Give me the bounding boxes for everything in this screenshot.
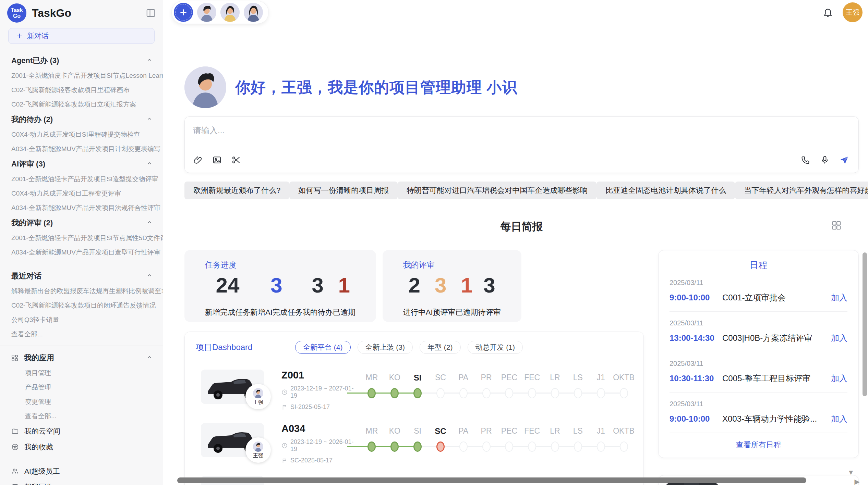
session-avatar-1[interactable] <box>197 3 216 22</box>
phone-icon[interactable] <box>801 155 810 166</box>
event-join-link[interactable]: 加入 <box>831 373 847 384</box>
attachment-icon[interactable] <box>193 155 203 166</box>
flag-icon <box>281 458 288 464</box>
recent-chat-item[interactable]: 查看全部... <box>0 327 163 341</box>
user-avatar[interactable]: 王强 <box>843 2 863 22</box>
sidebar-task-item[interactable]: C02-飞腾新能源轻客改款项目里程碑画布 <box>0 83 163 97</box>
layout-grid-icon[interactable] <box>831 220 842 232</box>
sidebar-section-header[interactable]: 我的评审 (2) <box>0 215 163 231</box>
project-row[interactable]: 王强 A034 2023-12-19 ~ 2026-01-19 <box>185 423 643 461</box>
milestone-dot <box>505 442 513 452</box>
stat-label: 已逾期 <box>333 307 355 318</box>
session-avatar-3[interactable] <box>244 3 263 22</box>
scroll-right-arrow-icon[interactable]: ▶ <box>855 477 860 485</box>
chevron-up-icon[interactable] <box>146 160 153 169</box>
app-title: TaskGo <box>32 7 146 20</box>
scissors-icon[interactable] <box>231 155 241 166</box>
dashboard-filter-chip[interactable]: 全新上装 (3) <box>358 341 413 354</box>
star-badge-icon <box>11 443 19 451</box>
sidebar-task-item[interactable]: Z001-全新燃油轻卡产品开发项目SI节点属性5D文件评审 <box>0 231 163 245</box>
recent-chats-header[interactable]: 最近对话 <box>0 268 163 284</box>
chevron-up-icon[interactable] <box>146 353 153 362</box>
recent-chat-item[interactable]: 解释最新出台的欧盟报废车法规再生塑料比例被调至15%... <box>0 284 163 298</box>
suggestion-chip[interactable]: 当下年轻人对汽车外观有怎样的喜好趋势 <box>735 182 868 199</box>
vertical-scrollbar[interactable] <box>863 252 867 396</box>
project-row[interactable]: 王强 Z001 2023-12-19 ~ 2027-01-19 <box>185 370 643 407</box>
chevron-up-icon[interactable] <box>146 272 153 281</box>
chevron-up-icon[interactable] <box>146 56 153 65</box>
suggestion-chip[interactable]: 欧洲新规最近颁布了什么? <box>184 182 289 199</box>
sidebar-item-ai-super-staff[interactable]: AI超级员工 <box>0 463 163 479</box>
sidebar-task-item[interactable]: C0X4-动力总成开发项目工程变更评审 <box>0 186 163 201</box>
add-session-button[interactable] <box>174 3 193 22</box>
app-sub-item[interactable]: 项目管理 <box>0 366 163 380</box>
sidebar-task-item[interactable]: A034-全新新能源MUV产品开发项目法规符合性评审 <box>0 201 163 215</box>
stat-item: 24 新增完成任务 <box>205 274 250 318</box>
recent-chat-item[interactable]: 公司Q3轻卡销量 <box>0 313 163 327</box>
milestone-dot <box>574 442 582 452</box>
sidebar-section: 我的评审 (2) Z001-全新燃油轻卡产品开发项目SI节点属性5D文件评审 A… <box>0 215 163 260</box>
suggestion-chip[interactable]: 比亚迪全固态电池计划具体说了什么 <box>596 182 735 199</box>
event-join-link[interactable]: 加入 <box>831 292 847 303</box>
collapse-sidebar-icon[interactable] <box>146 8 156 18</box>
app-sub-item[interactable]: 产品管理 <box>0 380 163 395</box>
owner-avatar <box>253 388 263 398</box>
sidebar-task-item[interactable]: Z001-全新燃油皮卡产品开发项目SI节点Lesson Learn报告 <box>0 69 163 83</box>
dashboard-filter-chip[interactable]: 动总开发 (1) <box>468 341 523 354</box>
milestone-track: MRKOSISCPAPRPECFECLRLSJ1OKTB <box>360 370 635 407</box>
clock-icon <box>281 389 288 395</box>
taskgo-app: Task Go TaskGo 新对话 Agent已办 (3) <box>0 0 868 485</box>
chevron-up-icon[interactable] <box>146 219 153 227</box>
sidebar-section-header[interactable]: AI评审 (3) <box>0 156 163 172</box>
recent-chat-item[interactable]: C02-飞腾新能源轻客改款项目的闭环通告反馈情况 <box>0 298 163 313</box>
new-chat-label: 新对话 <box>27 31 49 41</box>
suggestion-chip[interactable]: 特朗普可能对进口汽车增税会对中国车企造成哪些影响 <box>398 182 596 199</box>
sidebar-section-header[interactable]: 我的待办 (2) <box>0 112 163 127</box>
project-flag: SC-2025-05-17 <box>281 457 360 464</box>
milestone-pa: PA <box>452 423 475 461</box>
notification-bell-icon[interactable] <box>823 7 833 17</box>
chat-input[interactable] <box>185 117 858 155</box>
event-time: 10:30-11:30 <box>670 374 722 383</box>
stat-value: 3 <box>270 274 282 297</box>
sidebar-task-item[interactable]: A034-全新新能源MUV产品开发项目计划变更表编写 <box>0 142 163 156</box>
session-avatar-2[interactable] <box>220 3 240 22</box>
sidebar-item-favorites[interactable]: 我的收藏 <box>0 439 163 455</box>
milestone-dot <box>528 388 536 398</box>
right-column: 日程 2025/03/11 9:00-10:00 C001-立项审批会 加入 <box>658 250 859 485</box>
app-sub-item[interactable]: 查看全部... <box>0 409 163 423</box>
horizontal-scrollbar[interactable] <box>177 477 806 483</box>
app-sub-item[interactable]: 变更管理 <box>0 395 163 409</box>
my-apps-header[interactable]: 我的应用 <box>0 350 163 366</box>
suggestion-chip[interactable]: 如何写一份清晰的项目周报 <box>289 182 398 199</box>
dashboard-filter-chip[interactable]: 年型 (2) <box>420 341 461 354</box>
assistant-avatar <box>184 66 226 108</box>
view-all-schedule-link[interactable]: 查看所有日程 <box>670 433 847 453</box>
project-owner-badge: 王强 <box>245 437 271 463</box>
recent-chats-section: 最近对话 解释最新出台的欧盟报废车法规再生塑料比例被调至15%... C02-飞… <box>0 268 163 341</box>
new-chat-button[interactable]: 新对话 <box>8 28 155 44</box>
event-join-link[interactable]: 加入 <box>831 413 847 424</box>
send-icon[interactable] <box>839 155 849 166</box>
people-icon <box>11 468 19 475</box>
dashboard-filter-chip[interactable]: 全新平台 (4) <box>295 341 351 354</box>
help-me-write-label: 帮我写作 <box>24 482 53 485</box>
stat-item: 3 新增AI完成任务 <box>250 274 303 318</box>
sidebar-task-item[interactable]: A034-全新新能源MUV产品开发项目造型可行性评审 <box>0 245 163 260</box>
schedule-card: 日程 2025/03/11 9:00-10:00 C001-立项审批会 加入 <box>658 250 859 458</box>
sidebar-task-item[interactable]: C02-飞腾新能源轻客改款项目立项汇报方案 <box>0 97 163 112</box>
scroll-down-arrow-icon[interactable]: ▼ <box>847 469 854 476</box>
stat-value: 2 <box>409 274 420 297</box>
sidebar-task-item[interactable]: Z001-全新燃油轻卡产品开发项目SI造型提交物评审 <box>0 172 163 186</box>
event-date: 2025/03/11 <box>670 360 847 368</box>
chevron-up-icon[interactable] <box>146 115 153 124</box>
image-upload-icon[interactable] <box>212 155 222 166</box>
sidebar-section-header[interactable]: Agent已办 (3) <box>0 53 163 69</box>
microphone-icon[interactable] <box>820 155 830 166</box>
sidebar-item-help-me-write[interactable]: 帮我写作 <box>0 479 163 485</box>
event-join-link[interactable]: 加入 <box>831 333 847 344</box>
milestone-ls: LS <box>566 370 589 407</box>
sidebar-task-item[interactable]: C0X4-动力总成开发项目SI里程碑提交物检查 <box>0 127 163 142</box>
sidebar-item-cloud-space[interactable]: 我的云空间 <box>0 423 163 439</box>
event-title: X003-车辆动力学性能验... <box>722 413 831 424</box>
